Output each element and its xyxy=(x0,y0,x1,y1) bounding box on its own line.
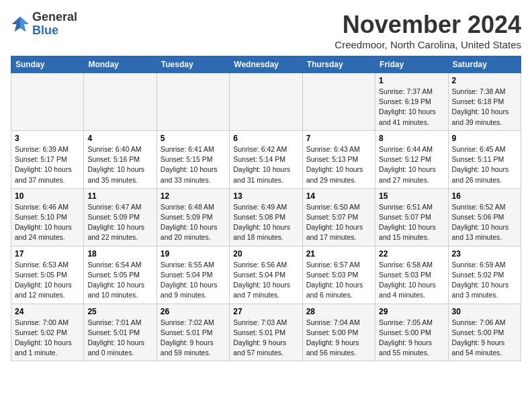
calendar-cell: 7Sunrise: 6:43 AM Sunset: 5:13 PM Daylig… xyxy=(302,130,375,188)
calendar-cell: 1Sunrise: 7:37 AM Sunset: 6:19 PM Daylig… xyxy=(375,73,448,131)
day-info: Sunrise: 6:54 AM Sunset: 5:05 PM Dayligh… xyxy=(87,260,152,301)
day-number: 8 xyxy=(379,134,444,143)
calendar-cell: 23Sunrise: 6:59 AM Sunset: 5:02 PM Dayli… xyxy=(448,246,521,304)
calendar-week-row: 1Sunrise: 7:37 AM Sunset: 6:19 PM Daylig… xyxy=(11,73,521,131)
day-info: Sunrise: 6:47 AM Sunset: 5:09 PM Dayligh… xyxy=(87,202,152,243)
calendar-cell: 20Sunrise: 6:56 AM Sunset: 5:04 PM Dayli… xyxy=(230,246,302,304)
day-number: 24 xyxy=(15,307,80,316)
day-number: 13 xyxy=(233,191,298,201)
day-number: 9 xyxy=(452,134,517,143)
day-number: 18 xyxy=(87,249,152,259)
day-info: Sunrise: 7:37 AM Sunset: 6:19 PM Dayligh… xyxy=(379,87,444,128)
day-info: Sunrise: 7:04 AM Sunset: 5:00 PM Dayligh… xyxy=(306,318,371,359)
day-info: Sunrise: 6:42 AM Sunset: 5:14 PM Dayligh… xyxy=(233,144,298,185)
day-info: Sunrise: 7:01 AM Sunset: 5:01 PM Dayligh… xyxy=(87,318,152,359)
day-info: Sunrise: 6:46 AM Sunset: 5:10 PM Dayligh… xyxy=(15,202,80,243)
weekday-header-saturday: Saturday xyxy=(448,56,521,73)
calendar-cell: 9Sunrise: 6:45 AM Sunset: 5:11 PM Daylig… xyxy=(448,130,521,188)
day-number: 25 xyxy=(87,307,152,316)
day-info: Sunrise: 6:43 AM Sunset: 5:13 PM Dayligh… xyxy=(306,144,371,185)
day-number: 4 xyxy=(87,134,152,143)
calendar-week-row: 17Sunrise: 6:53 AM Sunset: 5:05 PM Dayli… xyxy=(11,246,521,304)
calendar-cell: 18Sunrise: 6:54 AM Sunset: 5:05 PM Dayli… xyxy=(84,246,157,304)
calendar-cell: 3Sunrise: 6:39 AM Sunset: 5:17 PM Daylig… xyxy=(11,130,84,188)
logo: General Blue xyxy=(11,11,77,38)
day-number: 10 xyxy=(15,191,80,201)
calendar-cell: 21Sunrise: 6:57 AM Sunset: 5:03 PM Dayli… xyxy=(302,246,375,304)
calendar-cell xyxy=(230,73,302,131)
svg-marker-1 xyxy=(20,17,29,32)
day-info: Sunrise: 7:00 AM Sunset: 5:02 PM Dayligh… xyxy=(15,318,80,359)
day-info: Sunrise: 6:48 AM Sunset: 5:09 PM Dayligh… xyxy=(161,202,226,243)
day-number: 11 xyxy=(87,191,152,201)
day-number: 17 xyxy=(15,249,80,259)
calendar-cell: 22Sunrise: 6:58 AM Sunset: 5:03 PM Dayli… xyxy=(375,246,448,304)
calendar-cell: 15Sunrise: 6:51 AM Sunset: 5:07 PM Dayli… xyxy=(375,188,448,246)
day-info: Sunrise: 7:02 AM Sunset: 5:01 PM Dayligh… xyxy=(161,318,226,359)
day-info: Sunrise: 6:51 AM Sunset: 5:07 PM Dayligh… xyxy=(379,202,444,243)
day-info: Sunrise: 6:59 AM Sunset: 5:02 PM Dayligh… xyxy=(452,260,517,301)
title-section: November 2024 Creedmoor, North Carolina,… xyxy=(335,11,521,50)
calendar-cell: 29Sunrise: 7:05 AM Sunset: 5:00 PM Dayli… xyxy=(375,304,448,361)
calendar-week-row: 10Sunrise: 6:46 AM Sunset: 5:10 PM Dayli… xyxy=(11,188,521,246)
day-number: 30 xyxy=(452,307,517,316)
calendar-cell: 25Sunrise: 7:01 AM Sunset: 5:01 PM Dayli… xyxy=(84,304,157,361)
calendar-cell: 6Sunrise: 6:42 AM Sunset: 5:14 PM Daylig… xyxy=(230,130,302,188)
day-number: 22 xyxy=(379,249,444,259)
calendar-cell: 13Sunrise: 6:49 AM Sunset: 5:08 PM Dayli… xyxy=(230,188,302,246)
day-number: 3 xyxy=(15,134,80,143)
logo-text: General Blue xyxy=(32,11,77,38)
calendar-cell: 4Sunrise: 6:40 AM Sunset: 5:16 PM Daylig… xyxy=(84,130,157,188)
day-number: 1 xyxy=(379,76,444,85)
day-info: Sunrise: 6:50 AM Sunset: 5:07 PM Dayligh… xyxy=(306,202,371,243)
day-info: Sunrise: 7:38 AM Sunset: 6:18 PM Dayligh… xyxy=(452,87,517,128)
day-number: 23 xyxy=(452,249,517,259)
logo-bird-icon xyxy=(11,15,30,34)
calendar-cell: 19Sunrise: 6:55 AM Sunset: 5:04 PM Dayli… xyxy=(157,246,229,304)
calendar-cell: 10Sunrise: 6:46 AM Sunset: 5:10 PM Dayli… xyxy=(11,188,84,246)
day-info: Sunrise: 7:05 AM Sunset: 5:00 PM Dayligh… xyxy=(379,318,444,359)
calendar-cell xyxy=(11,73,84,131)
calendar-week-row: 3Sunrise: 6:39 AM Sunset: 5:17 PM Daylig… xyxy=(11,130,521,188)
day-number: 14 xyxy=(306,191,371,201)
calendar-cell: 5Sunrise: 6:41 AM Sunset: 5:15 PM Daylig… xyxy=(157,130,229,188)
calendar-cell xyxy=(84,73,157,131)
calendar-cell: 17Sunrise: 6:53 AM Sunset: 5:05 PM Dayli… xyxy=(11,246,84,304)
calendar-cell: 2Sunrise: 7:38 AM Sunset: 6:18 PM Daylig… xyxy=(448,73,521,131)
day-number: 27 xyxy=(233,307,298,316)
month-title: November 2024 xyxy=(335,11,521,39)
weekday-header-tuesday: Tuesday xyxy=(157,56,229,73)
day-info: Sunrise: 6:58 AM Sunset: 5:03 PM Dayligh… xyxy=(379,260,444,301)
weekday-header-monday: Monday xyxy=(84,56,157,73)
weekday-header-sunday: Sunday xyxy=(11,56,84,73)
day-number: 19 xyxy=(161,249,226,259)
weekday-header-thursday: Thursday xyxy=(302,56,375,73)
calendar-cell: 12Sunrise: 6:48 AM Sunset: 5:09 PM Dayli… xyxy=(157,188,229,246)
calendar-cell xyxy=(157,73,229,131)
day-info: Sunrise: 6:53 AM Sunset: 5:05 PM Dayligh… xyxy=(15,260,80,301)
day-number: 15 xyxy=(379,191,444,201)
location-title: Creedmoor, North Carolina, United States xyxy=(335,39,521,50)
header: General Blue November 2024 Creedmoor, No… xyxy=(11,11,521,50)
calendar-cell: 30Sunrise: 7:06 AM Sunset: 5:00 PM Dayli… xyxy=(448,304,521,361)
calendar-cell: 16Sunrise: 6:52 AM Sunset: 5:06 PM Dayli… xyxy=(448,188,521,246)
day-info: Sunrise: 7:03 AM Sunset: 5:01 PM Dayligh… xyxy=(233,318,298,359)
calendar-cell: 14Sunrise: 6:50 AM Sunset: 5:07 PM Dayli… xyxy=(302,188,375,246)
day-number: 7 xyxy=(306,134,371,143)
day-info: Sunrise: 6:55 AM Sunset: 5:04 PM Dayligh… xyxy=(161,260,226,301)
day-number: 5 xyxy=(161,134,226,143)
day-number: 16 xyxy=(452,191,517,201)
calendar-cell xyxy=(302,73,375,131)
day-number: 26 xyxy=(161,307,226,316)
day-info: Sunrise: 6:40 AM Sunset: 5:16 PM Dayligh… xyxy=(87,144,152,185)
day-number: 20 xyxy=(233,249,298,259)
day-info: Sunrise: 6:52 AM Sunset: 5:06 PM Dayligh… xyxy=(452,202,517,243)
day-number: 28 xyxy=(306,307,371,316)
calendar-cell: 11Sunrise: 6:47 AM Sunset: 5:09 PM Dayli… xyxy=(84,188,157,246)
day-info: Sunrise: 6:45 AM Sunset: 5:11 PM Dayligh… xyxy=(452,144,517,185)
day-number: 2 xyxy=(452,76,517,85)
day-info: Sunrise: 6:39 AM Sunset: 5:17 PM Dayligh… xyxy=(15,144,80,185)
day-info: Sunrise: 6:44 AM Sunset: 5:12 PM Dayligh… xyxy=(379,144,444,185)
calendar-week-row: 24Sunrise: 7:00 AM Sunset: 5:02 PM Dayli… xyxy=(11,304,521,361)
day-number: 29 xyxy=(379,307,444,316)
